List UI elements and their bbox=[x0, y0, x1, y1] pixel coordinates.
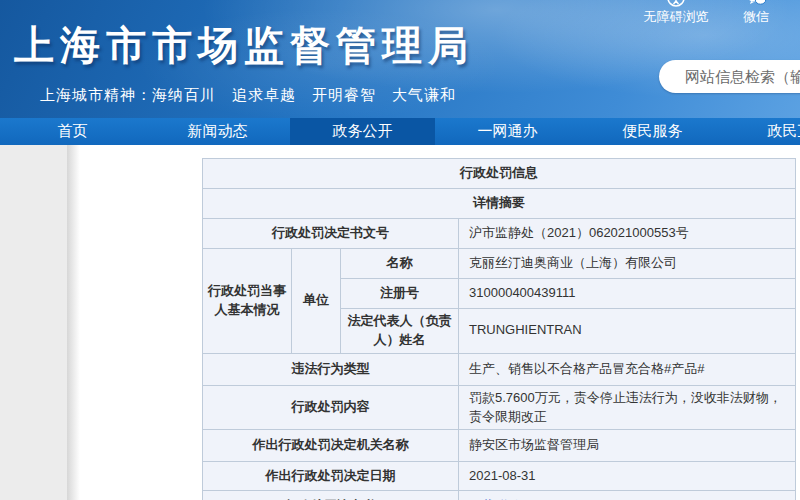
site-search bbox=[659, 60, 800, 93]
violation-type-value: 生产、销售以不合格产品冒充合格#产品# bbox=[459, 353, 796, 385]
party-info-label: 行政处罚当事人基本情况 bbox=[203, 249, 292, 354]
company-name-value: 克丽丝汀迪奥商业（上海）有限公司 bbox=[459, 249, 796, 279]
nav-item-interaction[interactable]: 政民互动 bbox=[725, 118, 800, 145]
authority-value: 静安区市场监督管理局 bbox=[459, 430, 796, 462]
table-row: 行政处罚决定书 下载附件 bbox=[203, 491, 796, 500]
table-row: 作出行政处罚决定机关名称 静安区市场监督管理局 bbox=[203, 430, 796, 462]
nav-item-news[interactable]: 新闻动态 bbox=[145, 118, 290, 145]
table-row: 违法行为类型 生产、销售以不合格产品冒充合格#产品# bbox=[203, 353, 796, 385]
wechat-label: 微信 bbox=[743, 8, 769, 26]
penalty-content-value: 罚款5.7600万元，责令停止违法行为，没收非法财物，责令限期改正 bbox=[459, 385, 796, 430]
penalty-content-label: 行政处罚内容 bbox=[203, 385, 459, 430]
accessibility-link[interactable]: 无障碍浏览 bbox=[640, 0, 712, 26]
content-shadow bbox=[67, 145, 80, 500]
table-section-title: 详情摘要 bbox=[203, 189, 796, 219]
table-row: 行政处罚当事人基本情况 单位 名称 克丽丝汀迪奥商业（上海）有限公司 bbox=[203, 249, 796, 279]
nav-item-home[interactable]: 首页 bbox=[0, 118, 145, 145]
city-motto: 上海城市精神：海纳百川 追求卓越 开明睿智 大气谦和 bbox=[40, 86, 456, 105]
violation-type-label: 违法行为类型 bbox=[203, 353, 459, 385]
table-row: 作出行政处罚决定日期 2021-08-31 bbox=[203, 462, 796, 491]
table-row: 行政处罚决定书文号 沪市监静处（2021）062021000553号 bbox=[203, 219, 796, 249]
wechat-icon bbox=[745, 0, 767, 8]
doc-no-value: 沪市监静处（2021）062021000553号 bbox=[459, 219, 796, 249]
authority-label: 作出行政处罚决定机关名称 bbox=[203, 430, 459, 462]
table-title: 行政处罚信息 bbox=[203, 159, 796, 189]
doc-no-label: 行政处罚决定书文号 bbox=[203, 219, 459, 249]
nav-item-services[interactable]: 便民服务 bbox=[580, 118, 725, 145]
nav-item-one-portal[interactable]: 一网通办 bbox=[435, 118, 580, 145]
reg-no-label: 注册号 bbox=[341, 279, 459, 309]
main-nav: 首页 新闻动态 政务公开 一网通办 便民服务 政民互动 bbox=[0, 118, 800, 145]
site-title: 上海市市场监督管理局 bbox=[14, 18, 474, 73]
name-label: 名称 bbox=[341, 249, 459, 279]
penalty-info-table: 行政处罚信息 详情摘要 行政处罚决定书文号 沪市监静处（2021）0620210… bbox=[202, 158, 796, 500]
decision-date-value: 2021-08-31 bbox=[459, 462, 796, 491]
unit-label: 单位 bbox=[292, 249, 341, 354]
decision-date-label: 作出行政处罚决定日期 bbox=[203, 462, 459, 491]
decision-doc-label: 行政处罚决定书 bbox=[203, 491, 459, 500]
reg-no-value: 310000400439111 bbox=[459, 279, 796, 309]
search-input[interactable] bbox=[683, 60, 800, 93]
accessibility-label: 无障碍浏览 bbox=[644, 8, 709, 26]
page-left-margin bbox=[0, 145, 67, 500]
table-row: 行政处罚内容 罚款5.7600万元，责令停止违法行为，没收非法财物，责令限期改正 bbox=[203, 385, 796, 430]
table-row: 行政处罚信息 bbox=[203, 159, 796, 189]
legal-rep-value: TRUNGHIENTRAN bbox=[459, 309, 796, 354]
wechat-link[interactable]: 微信 bbox=[728, 0, 784, 26]
site-banner: 上海市市场监督管理局 上海城市精神：海纳百川 追求卓越 开明睿智 大气谦和 无障… bbox=[0, 0, 800, 118]
table-row: 详情摘要 bbox=[203, 189, 796, 219]
legal-rep-label: 法定代表人（负责人）姓名 bbox=[341, 309, 459, 354]
accessibility-icon bbox=[666, 0, 686, 8]
nav-item-gov-public[interactable]: 政务公开 bbox=[290, 118, 435, 145]
content-area: 行政处罚信息 详情摘要 行政处罚决定书文号 沪市监静处（2021）0620210… bbox=[0, 145, 800, 500]
